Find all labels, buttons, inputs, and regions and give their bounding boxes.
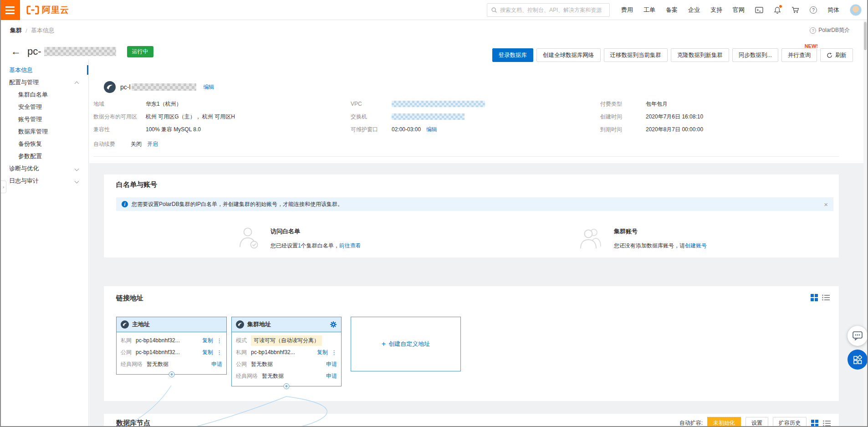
nav-website[interactable]: 官网: [733, 6, 745, 14]
nav-icp[interactable]: 备案: [666, 6, 678, 14]
search-input[interactable]: [500, 7, 606, 13]
renew-value: 关闭: [131, 140, 142, 148]
create-custom-address-card[interactable]: + 创建自定义地址: [351, 317, 461, 371]
nodes-card-title: 数据库节点: [116, 419, 150, 427]
sidebar-item-account-management[interactable]: 账号管理: [0, 113, 88, 125]
refresh-icon: [827, 52, 832, 58]
apply-link[interactable]: 申请: [326, 360, 337, 368]
cluster-accounts-title: 集群账号: [614, 227, 707, 236]
question-circle-icon: ?: [810, 27, 816, 34]
view-whitelist-link[interactable]: 前往查看: [339, 242, 361, 249]
more-actions-icon[interactable]: ⋮: [216, 337, 222, 344]
aliyun-bracket-icon: [26, 5, 39, 15]
enable-renew-link[interactable]: 开启: [147, 140, 158, 148]
gear-icon[interactable]: [330, 321, 337, 328]
edit-name-link[interactable]: 编辑: [204, 83, 214, 91]
sidebar-item-basic-info[interactable]: 基本信息: [0, 64, 88, 76]
cluster-name: pc-l: [120, 83, 196, 91]
chevron-down-icon: [75, 167, 79, 171]
autoscale-status-badge[interactable]: 未初始化: [707, 417, 741, 427]
person-check-icon: [237, 226, 260, 251]
polardb-intro-link[interactable]: ? PolarDB简介: [810, 26, 850, 34]
cluster-classic-row: 经典网络 暂无数据 申请: [236, 370, 337, 382]
aliyun-logo[interactable]: 阿里云: [26, 0, 69, 20]
sidebar-item-parameter-config[interactable]: 参数配置: [0, 150, 88, 162]
global-search[interactable]: [487, 3, 610, 17]
create-gdn-button[interactable]: 创建全球数据库网络: [536, 48, 601, 62]
window-label: 可维护窗口: [351, 126, 392, 134]
masked-vswitch-id: [392, 113, 465, 120]
grid-view-icon[interactable]: [811, 420, 818, 427]
scale-history-button[interactable]: 扩容历史: [773, 417, 807, 427]
sidebar-item-backup-restore[interactable]: 备份恢复: [0, 138, 88, 150]
apply-link[interactable]: 申请: [211, 360, 222, 368]
primary-address-header: 主地址: [117, 317, 226, 332]
locale-switcher[interactable]: 简体: [827, 6, 839, 14]
page-header: ← pc- 运行中 登录数据库 创建全球数据库网络 迁移数据到当前集群 克隆数据…: [11, 43, 853, 64]
search-icon: [491, 7, 497, 13]
copy-link[interactable]: 复制: [317, 349, 328, 356]
plus-icon: +: [382, 340, 386, 348]
autoscale-settings-button[interactable]: 设置: [745, 417, 768, 427]
more-actions-icon[interactable]: ⋮: [331, 349, 337, 356]
region-label: 地域: [93, 100, 146, 108]
feedback-chat-button[interactable]: [848, 326, 868, 346]
access-whitelist-desc: 您已经设置1个集群白名单，前往查看: [271, 242, 361, 250]
list-view-icon[interactable]: [823, 420, 831, 427]
notification-bell-icon[interactable]: [774, 6, 781, 14]
sidebar-item-database-management[interactable]: 数据库管理: [0, 125, 88, 138]
compat-value: 100% 兼容 MySQL 8.0: [146, 126, 201, 134]
create-account-link[interactable]: 创建账号: [685, 242, 707, 249]
app-grid-icon: [853, 355, 862, 364]
section-divider: [93, 156, 839, 157]
sidebar-group-diagnosis-optimization[interactable]: 诊断与优化: [0, 162, 88, 175]
nav-enterprise[interactable]: 企业: [688, 6, 700, 14]
nav-support[interactable]: 支持: [710, 6, 722, 14]
edit-window-link[interactable]: 编辑: [426, 126, 437, 134]
setup-info-alert: i 您需要设置PolarDB集群的IP白名单，并创建集群的初始账号，才能连接和使…: [116, 197, 833, 211]
copy-link[interactable]: 复制: [202, 349, 213, 356]
polardb-icon: [236, 320, 244, 329]
primary-private-row: 私网 pc-bp14bbnhf32... 复制 ⋮: [121, 334, 222, 346]
cluster-accounts-desc: 您还没有添加数据库账号，请创建账号: [614, 242, 707, 250]
app-shortcuts-button[interactable]: [848, 350, 868, 370]
top-navbar: 阿里云 费用 工单 备案 企业 支持 官网: [0, 0, 868, 20]
whitelist-card-title: 白名单与账号: [116, 180, 157, 189]
connection-addresses-card: 链接地址 主地址: [104, 286, 839, 401]
help-icon[interactable]: ?: [810, 6, 817, 14]
hamburger-menu-icon[interactable]: [0, 0, 20, 20]
people-icon: [578, 226, 604, 251]
info-column-basic: 地域华东1（杭州） 数据分布的可用区杭州 可用区G（主）， 杭州 可用区H 兼容…: [93, 98, 235, 150]
cluster-mode-row: 模式 可读可写（自动读写分离）: [236, 334, 337, 346]
login-database-button[interactable]: 登录数据库: [492, 48, 534, 62]
sidebar-collapse-handle[interactable]: ›: [1, 180, 6, 193]
copy-link[interactable]: 复制: [202, 337, 213, 345]
breadcrumb-clusters[interactable]: 集群: [10, 26, 22, 35]
sidebar-group-logs-audit[interactable]: 日志与审计: [0, 175, 88, 187]
cloudshell-terminal-icon[interactable]: [755, 6, 763, 14]
clone-data-button[interactable]: 克隆数据到新集群: [671, 48, 729, 62]
scrollbar-thumb[interactable]: [864, 22, 867, 50]
sidebar-group-config-management[interactable]: 配置与管理: [0, 76, 88, 88]
nav-billing[interactable]: 费用: [621, 6, 633, 14]
created-value: 2020年7月6日 16:08:10: [646, 113, 703, 121]
user-avatar[interactable]: [850, 4, 862, 16]
cart-icon[interactable]: [791, 6, 799, 14]
close-icon[interactable]: ×: [824, 201, 828, 208]
list-view-icon[interactable]: [822, 294, 830, 301]
nav-tickets[interactable]: 工单: [643, 6, 655, 14]
migrate-data-button[interactable]: 迁移数据到当前集群: [604, 48, 668, 62]
back-arrow-icon[interactable]: ←: [11, 46, 21, 57]
sidebar-item-security-management[interactable]: 安全管理: [0, 101, 88, 113]
zones-value: 杭州 可用区G（主）， 杭州 可用区H: [146, 113, 235, 121]
more-actions-icon[interactable]: ⋮: [216, 349, 222, 356]
parallel-query-button[interactable]: 并行查询: [781, 48, 817, 62]
apply-link[interactable]: 申请: [326, 372, 337, 380]
sync-data-button[interactable]: 同步数据到...: [732, 48, 778, 62]
grid-view-icon[interactable]: [811, 294, 818, 301]
refresh-button[interactable]: 刷新: [820, 48, 853, 62]
window-value: 02:00-03:00: [392, 126, 421, 133]
sidebar-item-cluster-whitelist[interactable]: 集群白名单: [0, 88, 88, 101]
region-value: 华东1（杭州）: [146, 100, 182, 108]
created-label: 创建时间: [600, 113, 646, 121]
